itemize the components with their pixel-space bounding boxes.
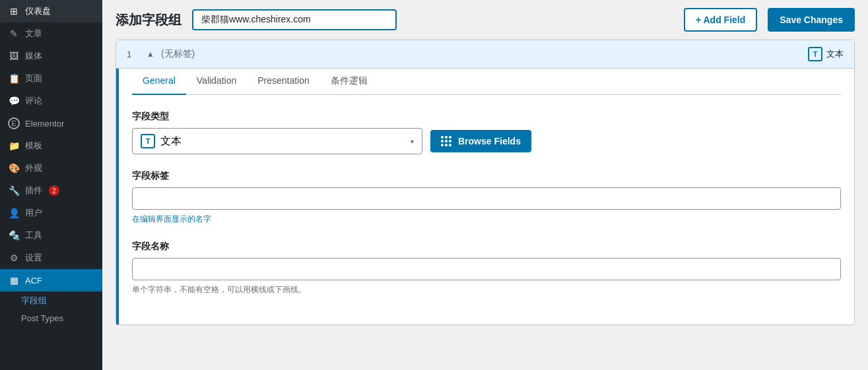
group-name-input[interactable] (192, 9, 397, 30)
sidebar-item-label: 模板 (25, 140, 42, 152)
field-detail-panel: General Validation Presentation 条件逻辑 字段类… (116, 69, 854, 324)
sidebar-item-label: Elementor (25, 119, 64, 129)
field-type-group: 字段类型 T 文本 ▾ (132, 111, 841, 154)
elementor-icon: E (8, 117, 20, 129)
media-icon: 🖼 (8, 50, 20, 62)
sidebar-item-tools[interactable]: 🔩 工具 (0, 224, 102, 247)
tools-icon: 🔩 (8, 230, 20, 241)
sidebar-item-label: 工具 (25, 230, 42, 241)
page-title: 添加字段组 (116, 11, 182, 29)
tab-validation[interactable]: Validation (186, 69, 247, 95)
sidebar-sub-label: Post Types (21, 313, 63, 323)
sidebar-item-pages[interactable]: 📋 页面 (0, 67, 102, 90)
tab-general[interactable]: General (132, 69, 186, 95)
save-changes-label: Save Changes (780, 15, 843, 25)
settings-icon: ⚙ (8, 252, 20, 264)
posts-icon: ✎ (8, 28, 20, 40)
sidebar-item-plugins[interactable]: 🔧 插件 2 (0, 179, 102, 202)
plugins-badge: 2 (49, 185, 59, 196)
tab-presentation[interactable]: Presentation (247, 69, 320, 95)
field-label-input[interactable] (132, 187, 841, 210)
sidebar-item-label: 文章 (25, 28, 42, 40)
sidebar-item-label: 插件 (25, 185, 42, 197)
sidebar-item-label: 用户 (25, 207, 42, 219)
field-name-input[interactable] (132, 258, 841, 280)
field-name-title: 字段名称 (132, 241, 841, 253)
sidebar-item-templates[interactable]: 📁 模板 (0, 135, 102, 157)
field-type-text: 文本 (826, 48, 844, 60)
tabs-container: General Validation Presentation 条件逻辑 (132, 69, 841, 95)
grid-icon (441, 136, 451, 146)
tab-conditional[interactable]: 条件逻辑 (320, 69, 378, 95)
browse-fields-button[interactable]: Browse Fields (430, 130, 531, 152)
dashboard-icon: ⊞ (8, 5, 20, 17)
field-name-group: 字段名称 单个字符串，不能有空格，可以用横线或下画线。 (132, 241, 841, 295)
sidebar-item-label: 外观 (25, 162, 42, 174)
field-type-select-icon: T (141, 134, 155, 148)
sidebar-item-media[interactable]: 🖼 媒体 (0, 45, 102, 67)
field-group-container: 1 ▲ (无标签) T 文本 General Validation (116, 40, 855, 325)
users-icon: 👤 (8, 207, 20, 219)
sidebar-item-label: 媒体 (25, 50, 42, 62)
sidebar-item-label: 仪表盘 (25, 5, 51, 17)
field-type-select[interactable]: T 文本 ▾ (132, 128, 422, 154)
sidebar-item-appearance[interactable]: 🎨 外观 (0, 157, 102, 179)
field-row-header: 1 ▲ (无标签) T 文本 (116, 40, 854, 69)
sidebar-item-dashboard[interactable]: ⊞ 仪表盘 (0, 0, 102, 22)
chevron-down-icon: ▾ (411, 138, 414, 145)
save-changes-button[interactable]: Save Changes (768, 8, 855, 32)
plugins-icon: 🔧 (8, 185, 20, 197)
field-type-badge: T 文本 (808, 47, 844, 61)
field-label-display: (无标签) (161, 48, 801, 60)
topbar: 添加字段组 + Add Field Save Changes (102, 0, 868, 40)
sidebar-item-posts[interactable]: ✎ 文章 (0, 22, 102, 45)
templates-icon: 📁 (8, 140, 20, 152)
sidebar-item-label: 评论 (25, 95, 42, 107)
field-label-title: 字段标签 (132, 170, 841, 182)
expand-icon[interactable]: ▲ (147, 49, 154, 59)
comments-icon: 💬 (8, 95, 20, 107)
pages-icon: 📋 (8, 73, 20, 84)
add-field-button[interactable]: + Add Field (684, 8, 757, 32)
sidebar-item-settings[interactable]: ⚙ 设置 (0, 247, 102, 269)
sidebar-sub-field-groups[interactable]: 字段组 (0, 292, 102, 310)
field-type-select-inner: T 文本 (141, 134, 182, 148)
field-type-select-value: 文本 (160, 135, 182, 148)
sidebar-item-users[interactable]: 👤 用户 (0, 202, 102, 224)
sidebar-sub-label: 字段组 (21, 295, 47, 305)
field-type-icon: T (808, 47, 822, 61)
field-label-group: 字段标签 在编辑界面显示的名字 (132, 170, 841, 225)
add-field-label: + Add Field (696, 15, 745, 25)
sidebar-item-elementor[interactable]: E Elementor (0, 112, 102, 135)
field-number: 1 (127, 49, 140, 59)
field-type-row: T 文本 ▾ (132, 128, 841, 154)
appearance-icon: 🎨 (8, 162, 20, 174)
browse-fields-label: Browse Fields (458, 136, 521, 146)
sidebar-item-label: 页面 (25, 73, 42, 84)
sidebar-sub-post-types[interactable]: Post Types (0, 310, 102, 326)
field-type-label: 字段类型 (132, 111, 841, 123)
sidebar-item-comments[interactable]: 💬 评论 (0, 90, 102, 112)
field-label-hint: 在编辑界面显示的名字 (132, 214, 841, 225)
sidebar-item-acf[interactable]: ▦ ACF (0, 269, 102, 292)
acf-icon: ▦ (8, 274, 20, 286)
sidebar-item-label: 设置 (25, 252, 42, 264)
sidebar-item-label: ACF (25, 276, 42, 286)
sidebar: ⊞ 仪表盘 ✎ 文章 🖼 媒体 📋 页面 💬 评论 E Elementor 📁 … (0, 0, 102, 370)
main-content: 添加字段组 + Add Field Save Changes 1 ▲ (无标签)… (102, 0, 868, 370)
field-name-hint: 单个字符串，不能有空格，可以用横线或下画线。 (132, 284, 841, 295)
